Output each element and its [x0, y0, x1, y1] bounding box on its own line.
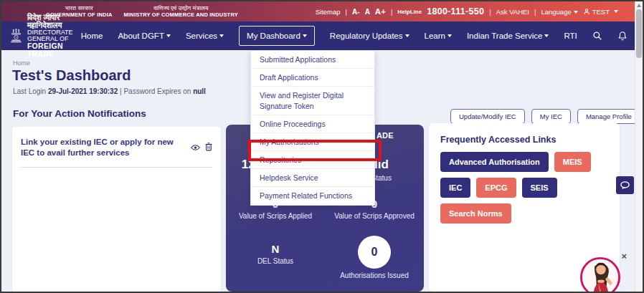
last-login-value: 29-Jul-2021 19:30:32 — [48, 87, 118, 95]
government-topbar: भारत सरकार GOVERNMENT OF INDIA वाणिज्य ए… — [1, 1, 643, 21]
chevron-down-icon — [405, 34, 409, 37]
separator: | — [489, 8, 491, 16]
notifications-heading: For Your Action Notifications — [13, 108, 146, 119]
link-advanced-authorisation[interactable]: Advanced Authorisation — [440, 152, 549, 172]
font-normal-button[interactable]: A — [365, 8, 370, 16]
user-menu[interactable]: TEST — [583, 8, 618, 16]
menu-item-online-proceedings[interactable]: Online Proceedings — [251, 115, 374, 133]
divider — [21, 167, 212, 168]
stat-authorisations-issued: 0 Authorisations Issued — [325, 236, 424, 279]
login-meta: Last Login 29-Jul-2021 19:30:32 | Passwo… — [13, 87, 206, 95]
ministry-name-hindi: वाणिज्य एवं उद्योग मंत्रालय — [124, 4, 238, 11]
link-iec[interactable]: IEC — [440, 178, 470, 198]
menu-item-digital-signature-token[interactable]: View and Register Digital Signature Toke… — [251, 87, 374, 115]
separator: | — [346, 8, 347, 16]
dgft-dashboard-page: { "topbar": { "sep": "|", "gov_hi": "भार… — [0, 0, 644, 293]
link-search-norms[interactable]: Search Norms — [440, 203, 511, 224]
nav-item-my-dashboard[interactable]: My Dashboard — [239, 26, 315, 46]
my-iec-button[interactable]: My IEC — [531, 109, 571, 124]
language-dropdown[interactable]: Language — [541, 8, 577, 16]
helpline-number: 1800-111-550 — [427, 6, 484, 16]
notifications-card: Link your existing IEC or apply for new … — [12, 127, 221, 292]
nav-item-services[interactable]: Services — [186, 32, 224, 40]
national-emblem-icon — [10, 24, 22, 48]
user-name: TEST — [592, 8, 610, 16]
link-epcg[interactable]: EPCG — [476, 178, 516, 198]
menu-item-payment-related-functions[interactable]: Payment Related Functions — [251, 187, 374, 204]
link-seis[interactable]: SEIS — [522, 178, 557, 198]
vahei-assistant-widget[interactable]: × Ask VAHEI — [579, 256, 625, 293]
feedback-chat-button[interactable] — [616, 176, 634, 194]
search-icon[interactable] — [592, 31, 602, 41]
manage-profile-button[interactable]: Manage Profile — [577, 109, 640, 124]
scrollbar-thumb[interactable] — [636, 9, 642, 58]
scroll-up-arrow[interactable] — [637, 4, 641, 7]
sitemap-link[interactable]: Sitemap — [316, 8, 341, 16]
ministry-name-english: MINISTRY OF COMMERCE AND INDUSTRY — [124, 11, 238, 19]
chevron-down-icon — [166, 34, 171, 37]
chevron-down-icon — [614, 10, 618, 13]
separator: | — [391, 8, 392, 16]
nav-item-rti[interactable]: RTI — [564, 32, 577, 40]
password-expiry-value: null — [193, 87, 206, 95]
chevron-down-icon — [448, 34, 452, 37]
helpline-label: HelpLine — [397, 9, 422, 15]
update-modify-iec-button[interactable]: Update/Modify IEC — [450, 109, 525, 124]
nav-item-learn[interactable]: Learn — [425, 32, 452, 40]
chevron-down-icon — [544, 34, 549, 37]
view-notification-eye-icon[interactable] — [191, 141, 200, 154]
delete-notification-trash-icon[interactable] — [205, 141, 212, 154]
brand-name-line2: FOREIGN TRADE — [27, 42, 81, 58]
iec-card-header-fragment: ADE — [377, 131, 394, 140]
breadcrumb[interactable]: Home — [13, 59, 30, 67]
stat-del-status: N DEL Status — [226, 236, 325, 279]
nav-item-indian-trade-service[interactable]: Indian Trade Service — [467, 32, 549, 40]
menu-item-repositories[interactable]: Repositories — [251, 151, 374, 169]
chevron-down-icon — [303, 34, 307, 37]
speech-bubble-icon — [620, 181, 630, 190]
links-heading: Frequently Accessed Links — [440, 135, 620, 145]
menu-item-draft-applications[interactable]: Draft Applications — [251, 69, 374, 87]
brand-name-hindi: विदेश व्यापार महानिदेशालय — [27, 14, 81, 29]
menu-item-helpdesk-service[interactable]: Helpdesk Service — [251, 169, 374, 187]
dgft-brand[interactable]: विदेश व्यापार महानिदेशालय DIRECTORATE GE… — [10, 14, 81, 59]
close-icon[interactable]: × — [621, 251, 627, 261]
user-icon — [583, 8, 590, 15]
profile-action-buttons: Update/Modify IEC My IEC Manage Profile — [450, 109, 640, 124]
menu-item-my-authorisations[interactable]: My Authorisations — [251, 133, 374, 151]
authorisations-count-circle: 0 — [358, 236, 391, 269]
link-meis[interactable]: MEIS — [554, 152, 591, 172]
nav-item-about-dgft[interactable]: About DGFT — [118, 32, 171, 40]
notifications-bell-icon[interactable] — [617, 31, 628, 41]
notification-message: Link your existing IEC or apply for new … — [21, 137, 185, 158]
ask-vahei-link[interactable]: Ask VAHEI — [496, 8, 529, 16]
page-title: Test's Dashboard — [12, 67, 131, 84]
gov-name-hindi: भारत सरकार — [46, 4, 113, 11]
menu-item-submitted-applications[interactable]: Submitted Applications — [251, 51, 374, 69]
nav-menu: Home About DGFT Services My Dashboard Re… — [81, 26, 628, 46]
chevron-down-icon — [574, 11, 578, 14]
brand-name-line1: DIRECTORATE GENERAL OF — [27, 29, 81, 43]
main-navbar: विदेश व्यापार महानिदेशालय DIRECTORATE GE… — [1, 21, 643, 50]
vertical-scrollbar[interactable] — [635, 1, 643, 292]
nav-item-regulatory-updates[interactable]: Regulatory Updates — [330, 32, 409, 40]
nav-item-home[interactable]: Home — [81, 32, 103, 40]
font-decrease-button[interactable]: A- — [352, 8, 360, 16]
assistant-avatar[interactable] — [579, 256, 621, 293]
chevron-down-icon — [219, 34, 224, 37]
my-dashboard-dropdown: Submitted Applications Draft Application… — [250, 50, 375, 206]
separator: | — [534, 8, 536, 16]
font-increase-button[interactable]: A+ — [375, 7, 386, 16]
